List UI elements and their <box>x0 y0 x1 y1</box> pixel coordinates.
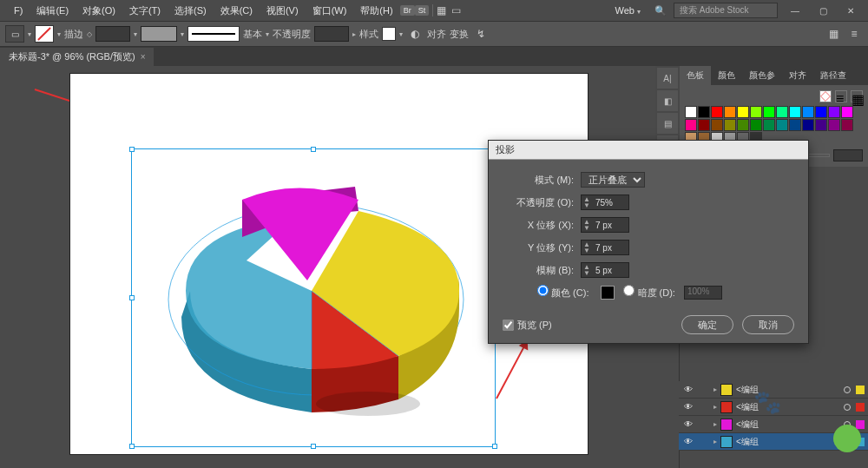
swatch[interactable] <box>815 106 827 118</box>
swatch[interactable] <box>711 119 723 131</box>
target-icon[interactable] <box>844 386 851 393</box>
menu-select[interactable]: 选择(S) <box>168 4 214 17</box>
swatch[interactable] <box>763 119 775 131</box>
tab-pathfinder[interactable]: 路径查 <box>813 66 853 85</box>
swatch[interactable] <box>698 106 710 118</box>
bridge-badge[interactable]: Br <box>400 5 415 16</box>
stock-badge[interactable]: St <box>415 5 430 16</box>
panel-icon[interactable]: A| <box>657 68 678 89</box>
transform-label[interactable]: 变换 <box>450 28 469 41</box>
swatch[interactable] <box>815 119 827 131</box>
swatch[interactable] <box>802 119 814 131</box>
tab-swatches[interactable]: 色板 <box>680 66 711 85</box>
recolor-icon[interactable]: ◐ <box>406 25 424 43</box>
menu-object[interactable]: 对象(O) <box>76 4 122 17</box>
y-offset-input[interactable]: ▲▼7 px <box>581 240 629 255</box>
swatch[interactable] <box>776 119 788 131</box>
swatch[interactable] <box>841 119 853 131</box>
expand-icon[interactable]: ▸ <box>713 420 717 428</box>
fill-stroke-icon[interactable] <box>819 90 832 102</box>
dock-icon[interactable]: ▦ <box>825 25 842 43</box>
visibility-icon[interactable]: 👁 <box>682 419 694 429</box>
resize-handle[interactable] <box>129 444 135 449</box>
dialog-title[interactable]: 投影 <box>489 141 808 160</box>
swatch[interactable] <box>737 119 749 131</box>
swatch[interactable] <box>828 106 840 118</box>
panel-icon[interactable]: ◧ <box>657 90 678 111</box>
grid-icon[interactable]: ▦ <box>437 4 446 16</box>
swatch[interactable] <box>763 106 775 118</box>
layer-thumbnail <box>720 419 733 431</box>
target-icon[interactable] <box>844 404 851 411</box>
close-button[interactable]: ✕ <box>840 6 861 16</box>
swatch[interactable] <box>776 106 788 118</box>
tab-color-guide[interactable]: 颜色参 <box>742 66 782 85</box>
menu-file[interactable]: F) <box>7 5 30 16</box>
mode-select[interactable]: 正片叠底 <box>581 172 645 188</box>
menu-text[interactable]: 文字(T) <box>122 4 168 17</box>
swatch[interactable] <box>750 106 762 118</box>
swatch[interactable] <box>724 106 736 118</box>
menu-edit[interactable]: 编辑(E) <box>30 4 76 17</box>
swatch[interactable] <box>789 119 801 131</box>
graphic-style-swatch[interactable] <box>382 27 396 41</box>
fill-swatch[interactable] <box>35 25 54 43</box>
isolate-icon[interactable]: ↯ <box>472 25 490 43</box>
chevron-down-icon[interactable]: ▾ <box>28 30 31 38</box>
resize-handle[interactable] <box>492 444 497 449</box>
drop-shadow-dialog[interactable]: 投影 模式 (M): 正片叠底 不透明度 (O): ▲▼75% X 位移 (X)… <box>488 140 809 344</box>
list-view-icon[interactable]: ≡ <box>835 90 847 102</box>
opacity-input[interactable]: ▲▼75% <box>581 194 629 210</box>
swatch[interactable] <box>737 106 749 118</box>
arrange-icon[interactable]: ▭ <box>451 4 461 16</box>
workspace-switcher[interactable]: Web ▾ <box>608 5 648 16</box>
swatch[interactable] <box>789 106 801 118</box>
stroke-color-swatch[interactable] <box>141 26 177 42</box>
swatch[interactable] <box>711 106 723 118</box>
align-label[interactable]: 对齐 <box>427 28 446 41</box>
color-radio[interactable]: 颜色 (C): <box>537 285 589 300</box>
blur-input[interactable]: ▲▼5 px <box>581 262 629 278</box>
pie-chart-artwork[interactable] <box>138 152 485 447</box>
close-tab-icon[interactable]: × <box>141 52 146 62</box>
visibility-icon[interactable]: 👁 <box>682 402 694 412</box>
swatch[interactable] <box>802 106 814 118</box>
swatch[interactable] <box>685 119 697 131</box>
swatch[interactable] <box>841 106 853 118</box>
ok-button[interactable]: 确定 <box>681 315 733 334</box>
resize-handle[interactable] <box>129 295 135 300</box>
panel-menu-icon[interactable]: ≡ <box>845 25 863 43</box>
panel-icon[interactable]: ▤ <box>657 113 678 134</box>
x-offset-input[interactable]: ▲▼7 px <box>581 217 629 233</box>
preview-checkbox[interactable]: 预览 (P) <box>503 319 552 332</box>
resize-handle[interactable] <box>129 147 135 152</box>
tab-align[interactable]: 对齐 <box>782 66 813 85</box>
swatch[interactable] <box>724 119 736 131</box>
swatch[interactable] <box>685 106 697 118</box>
expand-icon[interactable]: ▸ <box>713 403 717 411</box>
minimize-button[interactable]: — <box>785 6 806 16</box>
darkness-radio[interactable]: 暗度 (D): <box>623 285 674 300</box>
no-selection-icon[interactable]: ▭ <box>5 25 24 43</box>
visibility-icon[interactable]: 👁 <box>682 385 694 394</box>
cancel-button[interactable]: 取消 <box>742 315 794 334</box>
search-input[interactable]: 搜索 Adobe Stock <box>674 3 778 18</box>
menu-window[interactable]: 窗口(W) <box>306 4 354 17</box>
swatch[interactable] <box>698 119 710 131</box>
visibility-icon[interactable]: 👁 <box>682 437 694 446</box>
menu-view[interactable]: 视图(V) <box>260 4 306 17</box>
stroke-profile[interactable] <box>187 26 240 42</box>
maximize-button[interactable]: ▢ <box>812 6 833 16</box>
expand-icon[interactable]: ▸ <box>713 438 717 445</box>
grid-view-icon[interactable]: ▦ <box>851 90 863 102</box>
tab-color[interactable]: 颜色 <box>711 66 742 85</box>
swatch[interactable] <box>750 119 762 131</box>
menu-help[interactable]: 帮助(H) <box>353 4 399 17</box>
document-tab[interactable]: 未标题-3* @ 96% (RGB/预览) × <box>0 48 154 66</box>
color-swatch[interactable] <box>601 286 615 300</box>
stroke-weight-input[interactable] <box>95 26 130 42</box>
swatch[interactable] <box>828 119 840 131</box>
opacity-input[interactable] <box>314 26 349 42</box>
expand-icon[interactable]: ▸ <box>713 386 717 393</box>
menu-effect[interactable]: 效果(C) <box>214 4 260 17</box>
